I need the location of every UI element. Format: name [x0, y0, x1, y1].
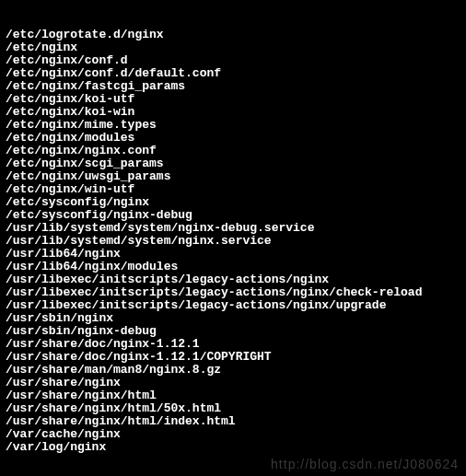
terminal-output[interactable]: /etc/logrotate.d/nginx/etc/nginx/etc/ngi… — [6, 3, 460, 476]
output-line: /usr/share/nginx/html/50x.html — [6, 402, 460, 415]
output-line: /usr/lib64/nginx/modules — [6, 261, 460, 273]
output-line: /usr/share/nginx/html/index.html — [6, 415, 460, 428]
output-line: /etc/sysconfig/nginx — [6, 196, 460, 209]
output-line: /usr/share/doc/nginx-1.12.1/COPYRIGHT — [6, 351, 460, 364]
output-line: /usr/libexec/initscripts/legacy-actions/… — [6, 273, 460, 286]
output-line: /etc/nginx/fastcgi_params — [6, 80, 460, 93]
output-line: /usr/sbin/nginx-debug — [6, 325, 460, 338]
output-line: /usr/libexec/initscripts/legacy-actions/… — [6, 286, 460, 299]
output-line: /var/cache/nginx — [6, 428, 460, 441]
output-line: /etc/nginx/modules — [6, 132, 460, 145]
output-line: /etc/nginx/uwsgi_params — [6, 170, 460, 183]
output-line: /etc/nginx/win-utf — [6, 183, 460, 196]
output-line: /usr/sbin/nginx — [6, 312, 460, 325]
output-line: /usr/lib64/nginx — [6, 248, 460, 261]
output-line: /etc/nginx — [6, 41, 460, 54]
output-line: /etc/nginx/conf.d/default.conf — [6, 67, 460, 80]
output-line: /usr/share/nginx — [6, 377, 460, 389]
output-line: /usr/libexec/initscripts/legacy-actions/… — [6, 299, 460, 312]
output-line: /etc/nginx/koi-win — [6, 106, 460, 119]
output-line: /usr/share/nginx/html — [6, 389, 460, 402]
output-line: /etc/nginx/scgi_params — [6, 157, 460, 170]
output-line: /etc/nginx/mime.types — [6, 119, 460, 132]
output-line: /usr/share/man/man8/nginx.8.gz — [6, 364, 460, 377]
output-line: /etc/logrotate.d/nginx — [6, 29, 460, 41]
output-line: /var/log/nginx — [6, 441, 460, 454]
output-line: /usr/lib/systemd/system/nginx-debug.serv… — [6, 222, 460, 235]
output-line: /etc/nginx/conf.d — [6, 54, 460, 67]
output-lines: /etc/logrotate.d/nginx/etc/nginx/etc/ngi… — [6, 29, 460, 454]
output-line: /etc/sysconfig/nginx-debug — [6, 209, 460, 222]
output-line: /etc/nginx/koi-utf — [6, 93, 460, 106]
output-line: /usr/lib/systemd/system/nginx.service — [6, 235, 460, 248]
output-line: /usr/share/doc/nginx-1.12.1 — [6, 338, 460, 351]
output-line: /etc/nginx/nginx.conf — [6, 145, 460, 157]
